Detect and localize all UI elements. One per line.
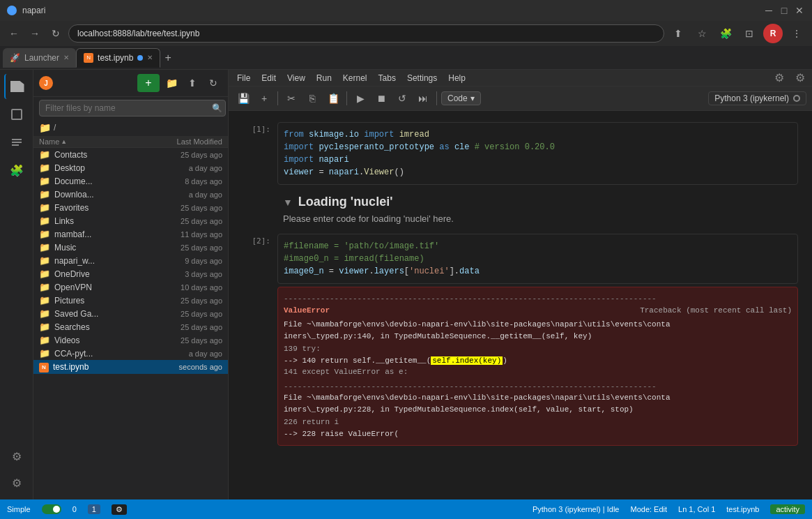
- file-item-name: OneDrive: [54, 269, 148, 279]
- copy-button[interactable]: ⎘: [303, 89, 321, 107]
- file-item[interactable]: 📁Videos25 days ago: [33, 333, 228, 347]
- running-kernels-icon[interactable]: [4, 102, 29, 127]
- file-item-date: seconds ago: [153, 363, 222, 371]
- file-item[interactable]: 📁mambaf...11 days ago: [33, 227, 228, 241]
- folder-icon: 📁: [39, 348, 50, 359]
- jupyter-logo: J: [39, 76, 53, 90]
- name-column-header[interactable]: Name ▲: [39, 137, 153, 146]
- extensions-button[interactable]: 🧩: [716, 24, 735, 43]
- traceback-line-1: File ~\mambaforge\envs\devbio-napari-env…: [284, 319, 792, 331]
- forward-button[interactable]: →: [26, 25, 43, 42]
- file-item[interactable]: 📁Searches25 days ago: [33, 320, 228, 333]
- menu-kernel[interactable]: Kernel: [337, 72, 373, 84]
- add-cell-button[interactable]: +: [255, 89, 273, 107]
- share-button[interactable]: ⬆: [668, 24, 688, 43]
- folder-icon: 📁: [39, 308, 50, 319]
- save-button[interactable]: 💾: [234, 89, 252, 107]
- code-cell-2: [2]: #filename = 'path/to/image.tif' #im…: [243, 234, 798, 446]
- restart-button[interactable]: ↺: [393, 89, 411, 107]
- file-item[interactable]: 📁Downloa...a day ago: [33, 188, 228, 201]
- refresh-files-button[interactable]: ↻: [204, 74, 222, 92]
- activity-label: activity: [776, 505, 799, 513]
- traceback-141: 141 except ValueError as e:: [284, 366, 792, 378]
- file-item[interactable]: 📁Music25 days ago: [33, 241, 228, 254]
- modified-indicator: [137, 55, 143, 61]
- activity-button[interactable]: activity: [770, 504, 805, 514]
- commands-icon[interactable]: [4, 130, 29, 155]
- menu-tabs[interactable]: Tabs: [373, 72, 401, 84]
- refresh-button[interactable]: ↻: [47, 25, 64, 42]
- browser-menu-button[interactable]: ⋮: [787, 24, 806, 43]
- right-settings-icon-2[interactable]: ⚙: [791, 69, 809, 87]
- new-file-button[interactable]: +: [137, 74, 160, 92]
- file-item[interactable]: Ntest.ipynbseconds ago: [33, 360, 228, 374]
- file-item-date: a day ago: [153, 190, 222, 199]
- stop-button[interactable]: ⏹: [372, 89, 390, 107]
- bookmark-button[interactable]: ☆: [692, 24, 712, 43]
- file-item[interactable]: 📁napari_w...9 days ago: [33, 254, 228, 267]
- restart-run-button[interactable]: ⏭: [414, 89, 432, 107]
- files-icon[interactable]: [4, 74, 29, 99]
- file-item-name: mambaf...: [54, 230, 148, 239]
- profile-button[interactable]: R: [763, 24, 783, 43]
- cell-type-chevron: ▾: [470, 93, 475, 103]
- main-layout: 🧩 ⚙ ⚙ J + 📁 ⬆ ↻ 🔍 📁 / Na: [0, 70, 812, 499]
- code-cell-1: [1]: from skimage.io import imread impor…: [243, 122, 798, 185]
- path-bar[interactable]: 📁 /: [33, 119, 228, 136]
- markdown-cell: ▼ Loading 'nuclei' Please enter code for…: [243, 189, 798, 230]
- upload-button[interactable]: ⬆: [183, 74, 201, 92]
- file-item[interactable]: 📁Desktopa day ago: [33, 161, 228, 174]
- new-tab-button[interactable]: +: [160, 52, 175, 64]
- notebook-tab-close[interactable]: ✕: [147, 54, 153, 61]
- file-item-date: 25 days ago: [153, 323, 222, 331]
- extensions-icon[interactable]: 🧩: [4, 158, 29, 183]
- settings-icon-1[interactable]: ⚙: [4, 444, 29, 469]
- file-item[interactable]: 📁Docume...8 days ago: [33, 174, 228, 188]
- menu-run[interactable]: Run: [311, 72, 337, 84]
- minimize-button[interactable]: ─: [763, 5, 774, 16]
- file-item[interactable]: 📁Pictures25 days ago: [33, 294, 228, 307]
- file-item[interactable]: 📁Contacts25 days ago: [33, 148, 228, 161]
- error-cell: ----------------------------------------…: [277, 287, 798, 446]
- search-input[interactable]: [39, 100, 226, 116]
- menu-settings[interactable]: Settings: [401, 72, 443, 84]
- address-bar[interactable]: localhost:8888/lab/tree/test.ipynb: [68, 24, 664, 43]
- back-button[interactable]: ←: [6, 25, 22, 42]
- modified-column-header[interactable]: Last Modified: [153, 137, 222, 146]
- new-folder-button[interactable]: 📁: [162, 74, 181, 92]
- kernel-selector[interactable]: Python 3 (ipykernel): [708, 91, 806, 105]
- launcher-tab-close[interactable]: ✕: [63, 54, 69, 61]
- file-item[interactable]: 📁Saved Ga...25 days ago: [33, 307, 228, 320]
- jupyter-toolbar: 💾 + ✂ ⎘ 📋 ▶ ⏹ ↺ ⏭ Code ▾ Python 3 (ipyke…: [229, 86, 812, 111]
- maximize-button[interactable]: □: [779, 5, 790, 16]
- window-controls: ─ □ ✕: [763, 5, 805, 16]
- cell-type-selector[interactable]: Code ▾: [441, 91, 481, 105]
- cell-1-content[interactable]: from skimage.io import imread import pyc…: [277, 122, 798, 185]
- file-item[interactable]: 📁Links25 days ago: [33, 214, 228, 227]
- tab-notebook[interactable]: N test.ipynb ✕: [76, 48, 160, 68]
- simple-toggle[interactable]: [42, 504, 61, 514]
- file-item[interactable]: 📁OpenVPN10 days ago: [33, 280, 228, 294]
- cell-2-content[interactable]: #filename = 'path/to/image.tif' #image0_…: [277, 234, 798, 446]
- file-item-name: Saved Ga...: [54, 309, 148, 319]
- cell-2-code[interactable]: #filename = 'path/to/image.tif' #image0_…: [277, 234, 798, 284]
- traceback-228: --> 228 raise ValueError(: [284, 428, 792, 440]
- paste-button[interactable]: 📋: [324, 89, 342, 107]
- cell-1-code[interactable]: from skimage.io import imread import pyc…: [277, 122, 798, 185]
- close-button[interactable]: ✕: [794, 5, 805, 16]
- right-settings-icon-1[interactable]: ⚙: [770, 69, 788, 87]
- menu-file[interactable]: File: [231, 72, 256, 84]
- collapse-button[interactable]: ▼: [283, 197, 293, 208]
- sidebar-toggle-button[interactable]: ⊡: [740, 24, 759, 43]
- run-button[interactable]: ▶: [351, 89, 369, 107]
- file-item[interactable]: 📁Favorites25 days ago: [33, 201, 228, 214]
- file-item-date: 3 days ago: [153, 270, 222, 278]
- file-item[interactable]: 📁OneDrive3 days ago: [33, 267, 228, 280]
- settings-icon-2[interactable]: ⚙: [4, 470, 29, 495]
- cut-button[interactable]: ✂: [282, 89, 300, 107]
- menu-help[interactable]: Help: [443, 72, 471, 84]
- tab-launcher[interactable]: 🚀 Launcher ✕: [3, 48, 76, 68]
- menu-edit[interactable]: Edit: [256, 72, 282, 84]
- menu-view[interactable]: View: [282, 72, 311, 84]
- file-item[interactable]: 📁CCA-pyt...a day ago: [33, 347, 228, 360]
